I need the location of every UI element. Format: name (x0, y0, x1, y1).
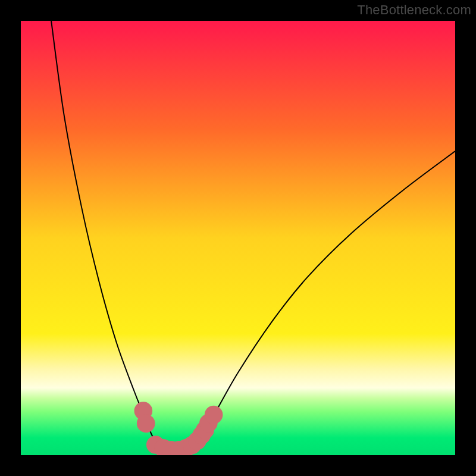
data-point-marker (205, 406, 223, 424)
bottleneck-curve-chart (21, 21, 455, 455)
chart-frame: TheBottleneck.com (0, 0, 476, 476)
gradient-background (21, 21, 455, 455)
data-point-marker (137, 414, 155, 433)
plot-area (21, 21, 455, 455)
attribution-watermark: TheBottleneck.com (357, 2, 471, 18)
